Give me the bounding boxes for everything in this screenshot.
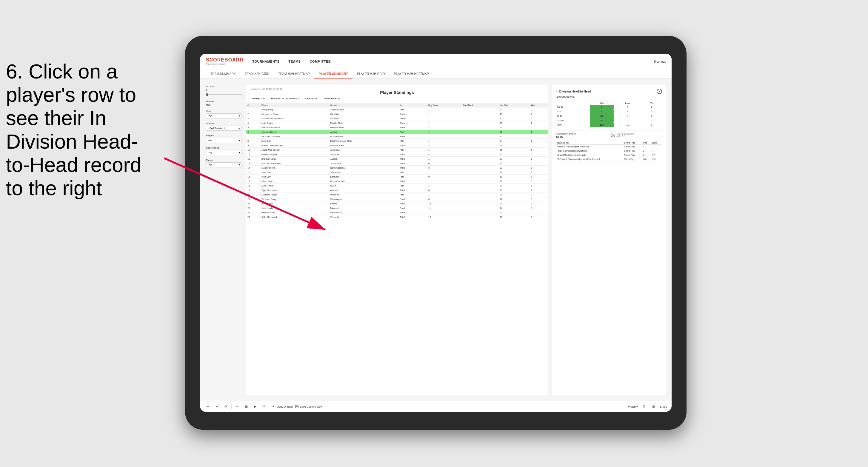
year-dropdown[interactable]: (All) ▾ bbox=[206, 114, 242, 119]
table-row[interactable]: 1 Wenyi Ding Arizona State First 1 8 1 bbox=[246, 107, 548, 112]
cut-button[interactable]: ✂ bbox=[234, 403, 241, 410]
h2h-breakdown-table: Win Loss Tie Top 10 8 3 2 11-25 20 9 5 2… bbox=[556, 101, 662, 127]
refresh-button[interactable]: ⟳ bbox=[222, 403, 229, 410]
undo-button[interactable]: ↩ bbox=[205, 403, 211, 410]
table-row[interactable]: 25 Cole Sherwood Vanderbilt Third 12 23 … bbox=[246, 215, 548, 219]
subnav-team-h2h-heatmap[interactable]: TEAM H2H HEATMAP bbox=[274, 69, 314, 79]
table-row[interactable]: 16 Alex Goff Kentucky Fifth 8 19 0 bbox=[246, 175, 548, 179]
table-row[interactable]: 11 Gordon Sargent Vanderbilt Third 4 21 … bbox=[246, 152, 548, 157]
cell-player: Christo Lamprecht bbox=[260, 125, 329, 130]
standings-table-scroll[interactable]: # Player School Yr Reg Rank Conf Rank No… bbox=[246, 103, 548, 395]
cell-school: Arkansas bbox=[329, 148, 398, 152]
no-rds-slider[interactable] bbox=[206, 93, 242, 96]
cell-yr: First bbox=[399, 184, 427, 188]
wlt-record: 674 - 33 - 12 bbox=[611, 135, 662, 137]
table-icon[interactable]: ⊟ bbox=[650, 403, 657, 410]
save-label: Save Custom View bbox=[300, 405, 322, 408]
table-row[interactable]: 3 Michael Thorbjornsen Stanford Fourth 1… bbox=[246, 116, 548, 121]
cell-win: 2 bbox=[530, 139, 548, 143]
cell-no-rds: 30 bbox=[499, 161, 530, 166]
tournament-row: Fallen Oak Collegiate Invitational Strok… bbox=[556, 149, 662, 153]
cell-school: Auburn bbox=[329, 157, 398, 161]
table-row[interactable]: 20 Matthew Riedel Vanderbilt Fifth 1 24 … bbox=[246, 192, 548, 197]
grid-button[interactable]: ⊞ bbox=[243, 403, 250, 410]
cell-no-rds: 27 bbox=[499, 157, 530, 161]
table-row[interactable]: 17 David Ford North Carolina Third 1 21 … bbox=[246, 179, 548, 184]
cell-school: Stanford bbox=[329, 116, 398, 121]
cell-win: 1 bbox=[530, 184, 548, 188]
settings-button[interactable]: ⚙ bbox=[641, 403, 647, 410]
gender-value: Men bbox=[206, 103, 242, 106]
table-row[interactable]: 5 Christo Lamprecht Georgia Tech Fourth … bbox=[246, 125, 548, 130]
table-row[interactable]: 12 Brendan Valles Auburn Third 1 27 0 bbox=[246, 157, 548, 161]
table-row[interactable]: 14 Maxwell Ford North Carolina Third 3 2… bbox=[246, 166, 548, 170]
table-row[interactable]: 8 Mats Ege East Tennessee State Fifth 1 … bbox=[246, 139, 548, 143]
center-standings-panel: Update time: 27/03/2024 16:56:26 Player … bbox=[246, 85, 548, 395]
table-row[interactable]: 19 Tiger Christensen Arizona Third 8 23 … bbox=[246, 188, 548, 192]
save-custom-view-button[interactable]: 💾 Save Custom View bbox=[295, 405, 322, 408]
subnav-player-h2h-grid[interactable]: PLAYER H2H GRID bbox=[352, 69, 390, 79]
share-button[interactable]: Share bbox=[660, 405, 667, 408]
cycle-button[interactable]: ⟳ bbox=[261, 403, 268, 410]
cell-school: Tennessee bbox=[329, 170, 398, 175]
update-time: Update time: 27/03/2024 16:56:26 bbox=[251, 88, 543, 90]
nav-teams[interactable]: TEAMS bbox=[288, 59, 301, 64]
subnav-team-h2h-grid[interactable]: TEAM H2H GRID bbox=[240, 69, 274, 79]
cell-reg-rank: 1 bbox=[427, 179, 462, 184]
table-row[interactable]: 6 Jackson Koivun Auburn First 1 22 2 bbox=[246, 130, 548, 134]
cell-player: Jack Lundin bbox=[260, 206, 329, 210]
cell-player: Luke Claton bbox=[260, 121, 329, 125]
table-row[interactable]: 23 Jack Lundin Missouri Fourth 11 24 1 bbox=[246, 206, 548, 210]
cell-reg-rank: 3 bbox=[427, 143, 462, 148]
watch-button[interactable]: Watch ▾ bbox=[628, 405, 638, 408]
table-row[interactable]: 13 Phichaksn Maichon Texas A&M Third 6 3… bbox=[246, 161, 548, 166]
cell-player: Michael La Sasso bbox=[260, 112, 329, 116]
h2h-close-button[interactable]: ✕ bbox=[657, 89, 662, 94]
subnav-player-h2h-heatmap[interactable]: PLAYER H2H HEATMAP bbox=[390, 69, 433, 79]
h2h-win: 8 bbox=[590, 105, 614, 109]
table-row[interactable]: 2 Michael La Sasso Ole Miss Second 1 19 … bbox=[246, 112, 548, 116]
cell-school: New Mexico bbox=[329, 210, 398, 215]
redo-button[interactable]: ↪ bbox=[213, 403, 220, 410]
table-row[interactable]: 4 Luke Claton Florida State Second 1 27 … bbox=[246, 121, 548, 125]
nav-tournaments[interactable]: TOURNAMENTS bbox=[252, 59, 280, 64]
cell-no-rds: 25 bbox=[499, 148, 530, 152]
sign-out-button[interactable]: Sign out bbox=[654, 60, 665, 63]
cell-conf-rank bbox=[462, 184, 499, 188]
cell-reg-rank: 6 bbox=[427, 161, 462, 166]
player-dropdown[interactable]: (All) ▾ bbox=[206, 162, 242, 167]
table-row[interactable]: 21 Taehoon Song Washington Fourth 6 22 1 bbox=[246, 197, 548, 201]
table-row[interactable]: 10 Jacob Mau-Olesen Arkansas Fifth 1 25 … bbox=[246, 148, 548, 152]
table-row[interactable]: 22 Ian Gilligan Florida Third 10 24 1 bbox=[246, 201, 548, 206]
t-name: Amer Am Intercollegiate Invitational bbox=[556, 145, 623, 149]
cell-conf-rank bbox=[462, 157, 499, 161]
tournament-table: Tournament Event Type Pos Score Amer Am … bbox=[556, 141, 662, 161]
division-dropdown[interactable]: NCAA Division I ▾ bbox=[206, 126, 242, 131]
cell-no-rds: 23 bbox=[499, 215, 530, 219]
h2h-row: 51-100 46 6 3 bbox=[556, 118, 662, 123]
cell-conf-rank bbox=[462, 148, 499, 152]
table-row[interactable]: 9 Preston Summerhays Arizona State Third… bbox=[246, 143, 548, 148]
region-dropdown[interactable]: N/A ▾ bbox=[206, 138, 242, 143]
view-original-button[interactable]: 👁 View: Original bbox=[273, 405, 293, 408]
h2h-col-tie: Tie bbox=[642, 101, 662, 105]
table-row[interactable]: 18 Luke Powell UCLA First 1 24 1 bbox=[246, 184, 548, 188]
t-type: Stroke Play bbox=[623, 149, 642, 153]
subnav-team-summary[interactable]: TEAM SUMMARY bbox=[206, 69, 240, 79]
nav-committee[interactable]: COMMITTEE bbox=[310, 59, 331, 64]
cell-player: Luke Powell bbox=[260, 184, 329, 188]
cell-reg-rank: 4 bbox=[427, 152, 462, 157]
conference-dropdown[interactable]: (All) ▾ bbox=[206, 150, 242, 155]
table-row[interactable]: 7 Nicholas Gabrelcik North Florida Fourt… bbox=[246, 134, 548, 139]
col-school: School bbox=[329, 103, 398, 107]
play-button[interactable]: ▶ bbox=[252, 403, 258, 410]
subnav-player-summary[interactable]: PLAYER SUMMARY bbox=[314, 69, 352, 79]
cell-yr: Fifth bbox=[399, 175, 427, 179]
cell-player: Matthew Riedel bbox=[260, 192, 329, 197]
table-row[interactable]: 24 Bastien Amat New Mexico Fourth 1 27 2 bbox=[246, 210, 548, 215]
cell-win: 0 bbox=[530, 175, 548, 179]
h2h-tie: 1 bbox=[642, 114, 662, 118]
table-row[interactable]: 15 Jake Hall Tennessee Fifth 1 27 2 bbox=[246, 170, 548, 175]
cell-rank: 18 bbox=[246, 184, 260, 188]
cell-win: 2 bbox=[530, 188, 548, 192]
